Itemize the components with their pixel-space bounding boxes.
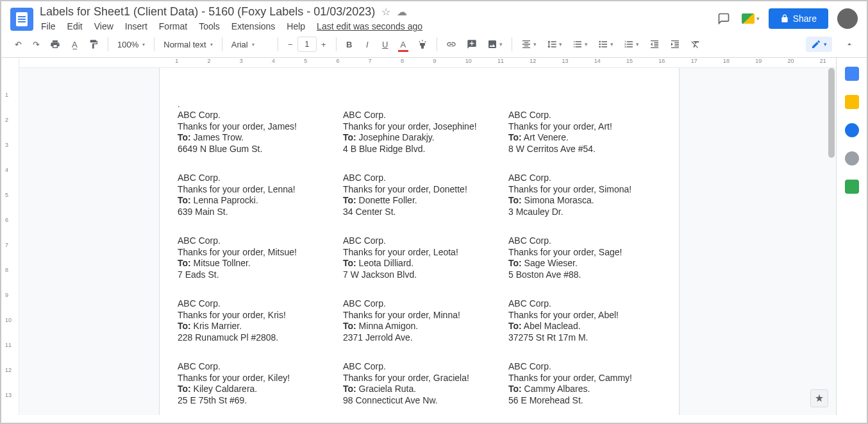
address-label[interactable]: ABC Corp.Thanks for your order, Lenna!To… [178,173,330,217]
label-to: To: Sage Wieser. [508,258,661,269]
font-size-decrease-button[interactable]: − [283,37,297,52]
insert-link-button[interactable] [442,35,460,53]
document-canvas[interactable]: 123456789101112131415161718192021 . ABC … [19,58,836,415]
share-button-label: Share [793,13,817,24]
cloud-status-icon[interactable]: ☁ [397,6,407,18]
label-company: ABC Corp. [343,298,496,310]
print-button[interactable] [46,35,64,53]
label-address: 56 E Morehead St. [508,395,661,407]
label-thanks: Thanks for your order, Mitsue! [178,247,330,259]
zoom-dropdown[interactable]: 100% [113,37,149,52]
vertical-scrollbar[interactable] [828,68,835,158]
redo-button[interactable]: ↷ [28,35,44,53]
menu-file[interactable]: File [41,21,56,31]
address-label[interactable]: ABC Corp.Thanks for your order, Simona!T… [508,173,661,217]
explore-button[interactable] [810,389,828,407]
checklist-button[interactable] [569,35,592,53]
numbered-list-button[interactable] [620,35,643,53]
menu-format[interactable]: Format [159,21,187,31]
label-company: ABC Corp. [343,173,496,184]
address-label[interactable]: ABC Corp.Thanks for your order, James!To… [178,110,330,155]
star-icon[interactable]: ☆ [381,6,390,18]
styles-dropdown[interactable]: Normal text [160,37,216,52]
bullet-list-button[interactable] [594,35,617,53]
address-label[interactable]: ABC Corp.Thanks for your order, Art!To: … [508,110,661,155]
font-size-input[interactable]: 1 [297,37,317,52]
address-label[interactable]: ABC Corp.Thanks for your order, Cammy!To… [508,361,661,406]
meet-icon[interactable] [742,11,760,26]
address-label[interactable]: ABC Corp.Thanks for your order, Sage!To:… [508,235,661,280]
label-company: ABC Corp. [508,361,661,373]
insert-comment-button[interactable] [463,35,481,53]
address-label[interactable]: ABC Corp.Thanks for your order, Josephin… [343,110,496,155]
menu-edit[interactable]: Edit [67,21,83,31]
collapse-toolbar-button[interactable] [841,35,858,53]
tasks-icon[interactable] [845,123,859,137]
address-label[interactable]: ABC Corp.Thanks for your order, Leota!To… [343,235,496,280]
google-docs-icon[interactable] [10,8,33,31]
indent-decrease-button[interactable] [646,35,664,53]
italic-button[interactable]: I [360,35,375,53]
calendar-icon[interactable] [845,67,859,81]
label-address: 639 Main St. [178,207,330,218]
label-company: ABC Corp. [343,110,496,121]
label-company: ABC Corp. [178,235,330,247]
paint-format-button[interactable] [85,35,103,53]
label-to: To: Abel Maclead. [508,321,661,332]
label-address: 25 E 75th St #69. [178,395,330,407]
menu-help[interactable]: Help [287,21,305,31]
label-thanks: Thanks for your order, Sage! [508,247,661,259]
label-to: To: Art Venere. [508,132,661,144]
menu-view[interactable]: View [94,21,113,31]
svg-point-0 [599,41,601,43]
contacts-icon[interactable] [845,151,859,165]
font-dropdown[interactable]: Arial [228,37,272,52]
label-thanks: Thanks for your order, Josephine! [343,121,496,133]
address-label[interactable]: ABC Corp.Thanks for your order, Kiley!To… [178,361,330,406]
maps-icon[interactable] [845,180,859,194]
page[interactable]: . ABC Corp.Thanks for your order, James!… [159,68,680,415]
keep-icon[interactable] [845,95,859,109]
label-to: To: Josephine Darakjy. [343,132,496,144]
text-color-button[interactable]: A [396,35,411,53]
bold-button[interactable]: B [342,35,357,53]
address-label[interactable]: ABC Corp.Thanks for your order, Minna!To… [343,298,496,343]
label-to: To: Minna Amigon. [343,321,496,332]
address-label[interactable]: ABC Corp.Thanks for your order, Donette!… [343,173,496,217]
label-thanks: Thanks for your order, Leota! [343,247,496,259]
document-title[interactable]: Labels for Sheet1 (Client Data) - 5160 (… [40,5,375,19]
address-label[interactable]: ABC Corp.Thanks for your order, Abel!To:… [508,298,661,343]
spellcheck-button[interactable]: A̲ [67,35,82,53]
label-thanks: Thanks for your order, Graciela! [343,373,496,384]
svg-point-1 [599,44,601,46]
label-company: ABC Corp. [178,173,330,184]
align-button[interactable] [517,35,540,53]
highlight-button[interactable] [413,35,431,53]
font-size-increase-button[interactable]: + [317,37,331,52]
menu-insert[interactable]: Insert [125,21,147,31]
undo-button[interactable]: ↶ [10,35,26,53]
horizontal-ruler: 123456789101112131415161718192021 [19,58,836,68]
text-cursor: . [178,99,661,109]
editing-mode-button[interactable]: ▾ [806,37,832,52]
underline-button[interactable]: U [378,35,393,53]
address-label[interactable]: ABC Corp.Thanks for your order, Mitsue!T… [178,235,330,280]
menu-extensions[interactable]: Extensions [231,21,275,31]
address-label[interactable]: ABC Corp.Thanks for your order, Graciela… [343,361,496,406]
comments-icon[interactable] [715,11,733,26]
menu-tools[interactable]: Tools [199,21,220,31]
share-button[interactable]: Share [769,8,828,29]
last-edit-link[interactable]: Last edit was seconds ago [317,21,422,31]
clear-formatting-button[interactable] [687,35,705,53]
label-company: ABC Corp. [508,110,661,121]
label-to: To: Lenna Paprocki. [178,195,330,207]
label-company: ABC Corp. [178,361,330,373]
address-label[interactable]: ABC Corp.Thanks for your order, Kris!To:… [178,298,330,343]
insert-image-button[interactable] [483,35,506,53]
label-address: 3 Mcauley Dr. [508,207,661,218]
label-company: ABC Corp. [508,298,661,310]
profile-avatar[interactable] [837,8,858,29]
indent-increase-button[interactable] [666,35,684,53]
line-spacing-button[interactable] [543,35,566,53]
label-thanks: Thanks for your order, Minna! [343,310,496,321]
